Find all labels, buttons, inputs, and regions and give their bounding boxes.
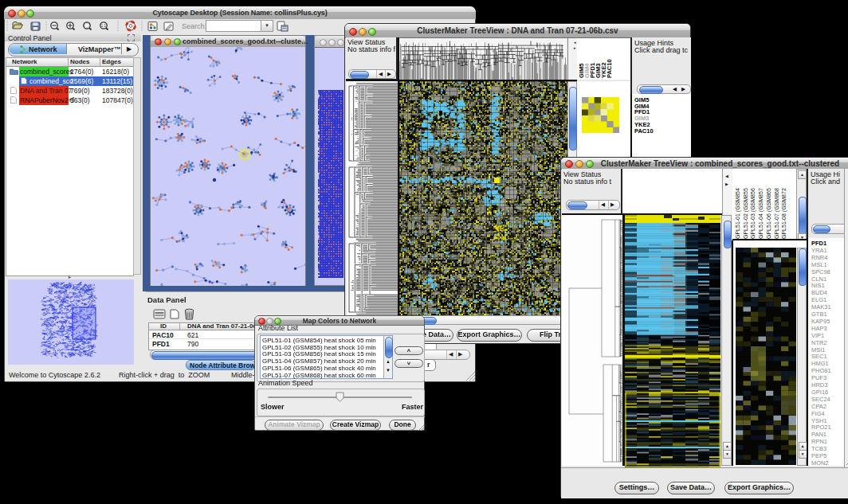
- svg-text:GPL51-04 (GSM857: GPL51-04 (GSM857: [758, 188, 764, 239]
- svg-text:1:1: 1:1: [101, 24, 107, 28]
- svg-text:GPL51-01 (GSM854: GPL51-01 (GSM854: [735, 188, 741, 239]
- svg-text:PAC10: PAC10: [606, 59, 613, 78]
- svg-text:GPL51-07 (GSM868: GPL51-07 (GSM868: [774, 188, 780, 239]
- svg-text:GPL51-08 (GSM872: GPL51-08 (GSM872: [781, 188, 787, 239]
- svg-text:GPL51-02 (GSM855: GPL51-02 (GSM855: [743, 188, 749, 239]
- svg-text:GPL51-06 (GSM865: GPL51-06 (GSM865: [766, 188, 772, 239]
- svg-text:GPL51-03 (GSM856: GPL51-03 (GSM856: [750, 188, 756, 239]
